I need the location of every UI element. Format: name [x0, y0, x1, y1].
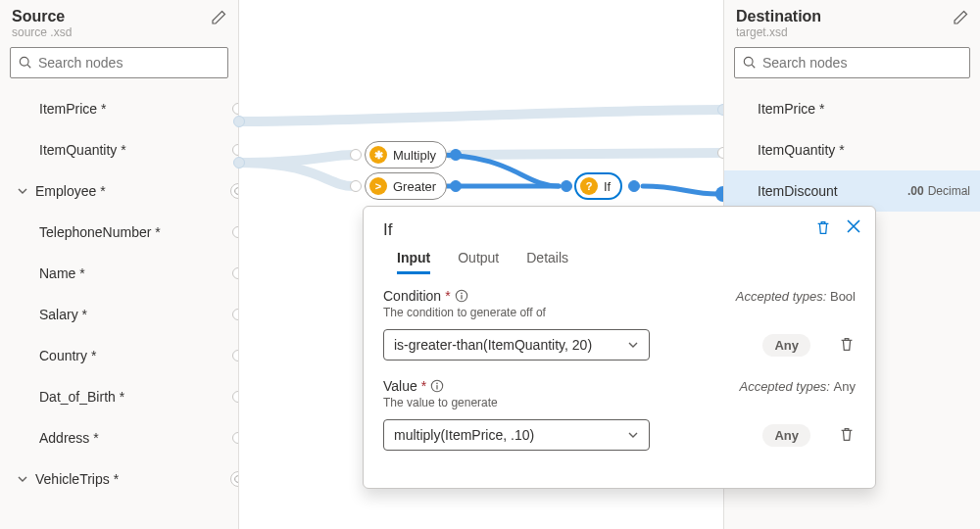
tree-item-address[interactable]: Address * [0, 417, 238, 458]
dest-item-itemquantity[interactable]: ItemQuantity * [724, 129, 980, 170]
tree-item-country[interactable]: Country * [0, 335, 238, 376]
field-description: The value to generate [383, 396, 856, 409]
refresh-port-icon[interactable] [230, 183, 238, 199]
svg-point-0 [20, 57, 28, 66]
svg-rect-9 [437, 385, 438, 389]
port[interactable] [232, 432, 238, 444]
dest-item-itemprice[interactable]: ItemPrice * [724, 88, 980, 129]
field-description: The condition to generate off of [383, 306, 856, 319]
flyout-title: If [383, 220, 856, 240]
delete-icon[interactable] [838, 335, 856, 356]
dest-subtitle: target.xsd [736, 25, 968, 39]
canvas-port[interactable] [233, 116, 245, 127]
node-output-port[interactable] [450, 149, 462, 161]
tree-item-salary[interactable]: Salary * [0, 294, 238, 335]
value-dropdown[interactable]: multiply(ItemPrice, .10) [383, 419, 650, 451]
port[interactable] [232, 350, 238, 361]
svg-point-2 [744, 57, 753, 66]
svg-rect-6 [461, 295, 462, 299]
greater-icon: > [369, 177, 387, 195]
chevron-down-icon [18, 474, 29, 484]
source-header: Source source .xsd [0, 0, 238, 43]
info-icon[interactable] [430, 379, 444, 393]
search-icon [743, 56, 757, 70]
field-condition: Condition* Accepted types: Bool The cond… [383, 288, 856, 361]
tree-item-employee[interactable]: Employee * [0, 170, 238, 212]
source-search[interactable] [10, 47, 228, 78]
port[interactable] [232, 309, 238, 320]
source-tree: ItemPrice * ItemQuantity * Employee * Te… [0, 88, 238, 500]
port[interactable] [232, 226, 238, 238]
svg-point-8 [436, 383, 438, 385]
field-label: Condition* [383, 288, 468, 304]
if-icon: ? [580, 177, 598, 195]
tree-item-dob[interactable]: Dat_of_Birth * [0, 376, 238, 417]
dest-search[interactable] [734, 47, 970, 78]
tree-item-name[interactable]: Name * [0, 253, 238, 294]
port[interactable] [232, 103, 238, 115]
field-label: Value* [383, 378, 444, 394]
condition-dropdown[interactable]: is-greater-than(ItemQuantity, 20) [383, 329, 650, 361]
port[interactable] [232, 391, 238, 403]
info-icon[interactable] [455, 289, 468, 303]
port[interactable] [232, 267, 238, 279]
dest-tree: ItemPrice * ItemQuantity * ItemDiscount … [724, 88, 980, 212]
svg-line-1 [27, 65, 30, 68]
node-details-flyout: If Input Output Details Condition* Accep… [363, 206, 876, 489]
tree-item-telephone[interactable]: TelephoneNumber * [0, 212, 238, 253]
field-value: Value* Accepted types: Any The value to … [383, 378, 856, 451]
type-pill: Any [762, 334, 810, 357]
type-badge: .00 Decimal [907, 184, 970, 198]
svg-point-5 [461, 293, 463, 295]
type-pill: Any [762, 424, 810, 447]
edit-icon[interactable] [211, 10, 226, 25]
search-icon [19, 56, 32, 70]
node-output-port[interactable] [628, 180, 640, 192]
chevron-down-icon [18, 186, 29, 196]
accepted-types: Accepted types: Bool [736, 289, 856, 304]
tree-item-vehicletrips[interactable]: VehicleTrips * [0, 458, 238, 500]
refresh-port-icon[interactable] [230, 471, 238, 487]
chevron-down-icon [627, 429, 639, 441]
tree-item-itemprice[interactable]: ItemPrice * [0, 88, 238, 129]
source-subtitle: source .xsd [12, 25, 226, 39]
multiply-icon: ✱ [369, 146, 387, 164]
delete-icon[interactable] [838, 425, 856, 446]
delete-icon[interactable] [814, 218, 832, 239]
accepted-types: Accepted types: Any [739, 379, 856, 394]
flyout-tabs: Input Output Details [397, 250, 856, 274]
chevron-down-icon [627, 339, 639, 351]
dest-header: Destination target.xsd [724, 0, 980, 43]
source-panel: Source source .xsd ItemPrice * ItemQuant… [0, 0, 239, 529]
dest-title: Destination [736, 8, 968, 25]
tab-output[interactable]: Output [458, 250, 499, 274]
close-icon[interactable] [846, 218, 861, 239]
node-input-port[interactable] [350, 149, 362, 161]
source-search-input[interactable] [38, 55, 220, 71]
port[interactable] [232, 144, 238, 156]
node-if[interactable]: ? If [574, 172, 622, 200]
node-output-port[interactable] [450, 180, 462, 192]
tab-input[interactable]: Input [397, 250, 430, 274]
edit-icon[interactable] [953, 10, 968, 25]
tab-details[interactable]: Details [526, 250, 568, 274]
node-input-port[interactable] [350, 180, 362, 192]
svg-line-3 [752, 65, 755, 68]
node-input-port[interactable] [561, 180, 572, 192]
source-title: Source [12, 8, 226, 25]
tree-item-itemquantity[interactable]: ItemQuantity * [0, 129, 238, 170]
node-greater[interactable]: > Greater [365, 172, 447, 200]
canvas-port[interactable] [233, 157, 245, 168]
dest-search-input[interactable] [762, 55, 961, 71]
node-multiply[interactable]: ✱ Multiply [365, 141, 447, 168]
